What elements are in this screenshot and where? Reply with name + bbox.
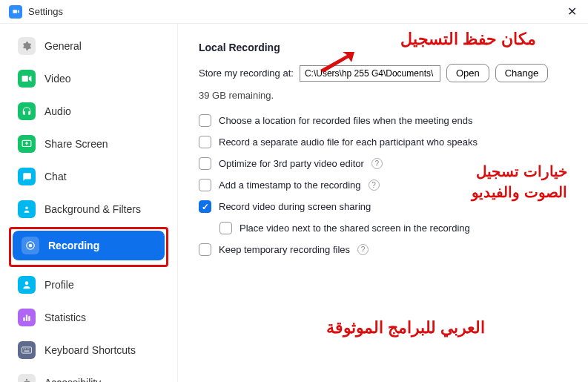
checkbox[interactable] xyxy=(199,200,211,213)
checkbox[interactable] xyxy=(199,114,211,127)
svg-rect-12 xyxy=(25,349,26,349)
annotation-recording-options: خيارات تسجيل الصوت والفيديو xyxy=(472,161,567,202)
svg-rect-15 xyxy=(24,351,30,352)
checkbox[interactable] xyxy=(199,136,211,148)
sidebar: General Video Audio Share Screen Chat xyxy=(0,24,178,382)
background-icon xyxy=(18,200,36,218)
sidebar-item-label: Accessibility xyxy=(44,377,101,382)
svg-point-3 xyxy=(25,207,28,210)
accessibility-icon xyxy=(18,374,36,382)
sidebar-item-profile[interactable]: Profile xyxy=(9,270,168,300)
change-button[interactable]: Change xyxy=(495,64,549,82)
sidebar-item-label: Statistics xyxy=(44,312,86,323)
option-label: Keep temporary recording files xyxy=(219,244,350,255)
sidebar-item-background[interactable]: Background & Filters xyxy=(9,194,168,224)
sidebar-item-chat[interactable]: Chat xyxy=(9,162,168,191)
checkbox[interactable] xyxy=(199,157,211,170)
annotation-watermark: العربي للبرامج الموثوقة xyxy=(326,318,485,337)
sidebar-item-label: Chat xyxy=(44,171,67,182)
annotation-save-location: مكان حفظ التسجيل xyxy=(400,30,536,49)
close-icon[interactable]: ✕ xyxy=(564,4,579,19)
svg-rect-9 xyxy=(28,316,30,320)
sidebar-item-label: Keyboard Shortcuts xyxy=(44,344,136,356)
checkbox[interactable] xyxy=(199,179,211,191)
help-icon[interactable]: ? xyxy=(369,180,380,191)
option-label: Add a timestamp to the recording xyxy=(219,180,361,191)
arrow-icon xyxy=(319,50,356,76)
sidebar-item-label: Video xyxy=(44,73,71,85)
record-icon xyxy=(22,237,39,254)
svg-rect-8 xyxy=(26,315,27,321)
svg-rect-13 xyxy=(27,349,27,349)
sidebar-item-accessibility[interactable]: Accessibility xyxy=(9,368,168,382)
sidebar-item-label: Audio xyxy=(44,105,71,117)
keyboard-icon xyxy=(18,341,36,359)
profile-icon xyxy=(18,276,36,294)
checkbox[interactable] xyxy=(199,243,211,256)
option-label: Record video during screen sharing xyxy=(219,201,371,212)
sidebar-item-share-screen[interactable]: Share Screen xyxy=(9,129,168,159)
option-label: Optimize for 3rd party video editor xyxy=(219,158,364,169)
sidebar-item-recording[interactable]: Recording xyxy=(13,231,165,260)
option-place-video-next[interactable]: Place video next to the shared screen in… xyxy=(219,222,567,234)
svg-rect-11 xyxy=(23,349,24,349)
option-separate-audio[interactable]: Record a separate audio file for each pa… xyxy=(199,136,567,148)
checkbox[interactable] xyxy=(219,222,232,234)
svg-rect-0 xyxy=(13,10,17,13)
storage-remaining: 39 GB remaining. xyxy=(199,90,567,101)
sidebar-item-video[interactable]: Video xyxy=(9,64,168,93)
titlebar: Settings ✕ xyxy=(0,0,588,24)
main-content: مكان حفظ التسجيل Local Recording Store m… xyxy=(178,24,588,382)
statistics-icon xyxy=(18,309,36,326)
sidebar-item-label: Profile xyxy=(44,279,74,291)
svg-point-5 xyxy=(29,244,33,248)
option-label: Choose a location for recorded files whe… xyxy=(219,115,473,126)
svg-point-16 xyxy=(26,379,27,381)
svg-point-6 xyxy=(25,281,29,285)
svg-rect-14 xyxy=(28,349,29,349)
sidebar-item-label: Share Screen xyxy=(44,138,108,150)
svg-rect-7 xyxy=(23,317,24,321)
sidebar-item-general[interactable]: General xyxy=(9,31,168,61)
headphones-icon xyxy=(18,102,36,120)
chat-icon xyxy=(18,168,36,185)
help-icon[interactable]: ? xyxy=(357,244,369,255)
option-label: Place video next to the shared screen in… xyxy=(240,223,470,234)
open-button[interactable]: Open xyxy=(446,64,489,82)
svg-rect-1 xyxy=(22,76,28,82)
window-title: Settings xyxy=(28,6,63,17)
recording-highlight: Recording xyxy=(9,227,168,267)
option-label: Record a separate audio file for each pa… xyxy=(219,136,478,148)
store-label: Store my recording at: xyxy=(199,67,294,79)
zoom-app-icon xyxy=(9,5,22,19)
share-screen-icon xyxy=(18,135,36,153)
sidebar-item-audio[interactable]: Audio xyxy=(9,96,168,126)
video-icon xyxy=(18,70,36,88)
help-icon[interactable]: ? xyxy=(371,158,383,169)
svg-rect-10 xyxy=(22,347,32,353)
sidebar-item-label: Background & Filters xyxy=(44,203,141,215)
option-choose-location[interactable]: Choose a location for recorded files whe… xyxy=(199,114,567,127)
sidebar-item-label: Recording xyxy=(48,240,99,251)
sidebar-item-label: General xyxy=(44,40,82,52)
option-keep-temp[interactable]: Keep temporary recording files ? xyxy=(199,243,567,256)
sidebar-item-keyboard[interactable]: Keyboard Shortcuts xyxy=(9,335,168,365)
sidebar-item-statistics[interactable]: Statistics xyxy=(9,303,168,332)
gear-icon xyxy=(18,37,36,55)
